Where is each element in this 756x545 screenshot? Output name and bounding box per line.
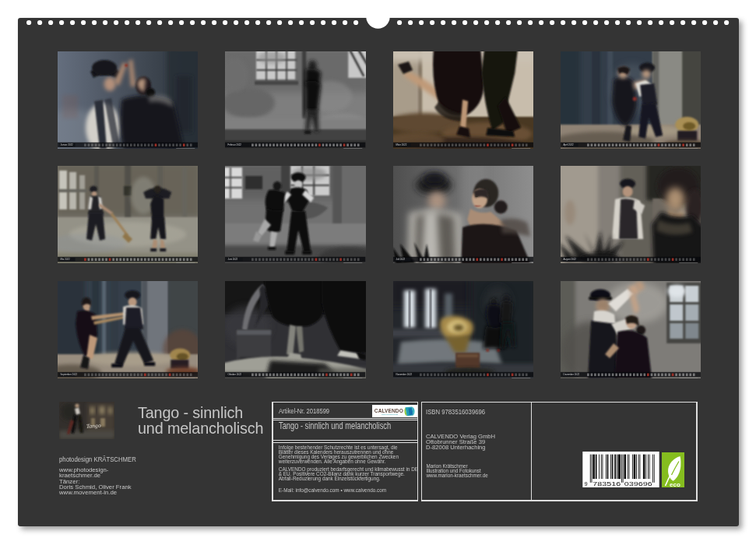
svg-text:Mein Kalenderverlag: Mein Kalenderverlag: [382, 413, 399, 415]
svg-text:eco: eco: [670, 481, 680, 488]
svg-text:Oktober 2022: Oktober 2022: [228, 373, 242, 376]
svg-text:September 2022: September 2022: [61, 373, 78, 376]
svg-text:Dezember 2022: Dezember 2022: [563, 373, 579, 376]
svg-text:Juli 2022: Juli 2022: [396, 258, 405, 261]
svg-text:039696: 039696: [624, 480, 652, 487]
svg-text:April 2022: April 2022: [563, 143, 573, 146]
svg-text:Mai 2022: Mai 2022: [61, 258, 70, 261]
svg-text:Januar 2022: Januar 2022: [61, 143, 73, 146]
svg-text:März 2022: März 2022: [396, 143, 406, 146]
svg-text:November 2022: November 2022: [396, 373, 412, 376]
svg-text:Februar 2022: Februar 2022: [228, 143, 242, 146]
svg-text:9: 9: [584, 480, 587, 487]
svg-text:Juni 2022: Juni 2022: [228, 258, 238, 261]
svg-text:783516: 783516: [592, 480, 621, 487]
svg-text:Tango: Tango: [86, 421, 101, 429]
svg-text:August 2022: August 2022: [563, 258, 576, 261]
svg-text:CALVENDO: CALVENDO: [374, 408, 403, 413]
